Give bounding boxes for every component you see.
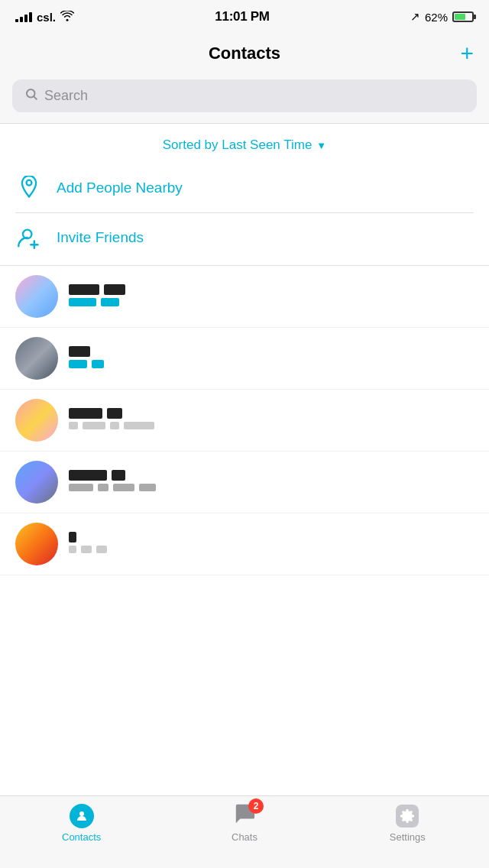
list-item[interactable] bbox=[0, 513, 489, 575]
sort-label: Sorted by Last Seen Time bbox=[163, 138, 313, 153]
tab-chats[interactable]: 2 Chats bbox=[210, 804, 279, 843]
add-people-nearby-item[interactable]: Add People Nearby bbox=[15, 164, 474, 212]
sort-header[interactable]: Sorted by Last Seen Time ▼ bbox=[0, 124, 489, 164]
contact-info bbox=[69, 532, 474, 556]
contact-person-icon bbox=[70, 804, 94, 828]
status-right: ↗ 62% bbox=[410, 10, 474, 24]
action-list: Add People Nearby Invite Friends bbox=[0, 164, 489, 262]
add-contact-button[interactable]: + bbox=[460, 42, 474, 65]
battery-percentage: 62% bbox=[425, 11, 448, 24]
chat-bubble-icon: 2 bbox=[233, 803, 256, 830]
status-time: 11:01 PM bbox=[215, 9, 269, 24]
avatar bbox=[15, 523, 58, 565]
chats-badge: 2 bbox=[248, 798, 264, 814]
settings-gear-icon bbox=[396, 805, 419, 828]
invite-friends-item[interactable]: Invite Friends bbox=[15, 212, 474, 262]
carrier-label: csl. bbox=[37, 11, 56, 24]
chats-tab-icon: 2 bbox=[232, 804, 257, 828]
page-title: Contacts bbox=[209, 44, 280, 63]
add-nearby-label: Add People Nearby bbox=[57, 180, 183, 196]
search-input[interactable]: Search bbox=[44, 88, 88, 104]
search-icon bbox=[24, 87, 38, 105]
contacts-tab-label: Contacts bbox=[62, 831, 101, 843]
svg-point-1 bbox=[27, 180, 32, 186]
contact-info bbox=[69, 470, 474, 494]
chats-tab-label: Chats bbox=[232, 831, 257, 843]
contact-info bbox=[69, 346, 474, 371]
contact-info bbox=[69, 408, 474, 432]
avatar bbox=[15, 337, 58, 380]
avatar bbox=[15, 275, 58, 318]
status-bar: csl. 11:01 PM ↗ 62% bbox=[0, 0, 489, 34]
chevron-down-icon: ▼ bbox=[316, 140, 326, 151]
search-container: Search bbox=[0, 73, 489, 123]
invite-icon bbox=[15, 224, 43, 251]
list-item[interactable] bbox=[0, 452, 489, 513]
tab-settings[interactable]: Settings bbox=[373, 804, 442, 843]
list-item[interactable] bbox=[0, 328, 489, 390]
signal-bars bbox=[15, 11, 32, 22]
contacts-tab-icon bbox=[70, 804, 94, 828]
list-item[interactable] bbox=[0, 266, 489, 328]
header: Contacts + bbox=[0, 34, 489, 73]
search-bar[interactable]: Search bbox=[12, 79, 477, 112]
battery-icon bbox=[452, 11, 474, 22]
contact-info bbox=[69, 284, 474, 309]
status-left: csl. bbox=[15, 11, 74, 24]
avatar bbox=[15, 399, 58, 442]
svg-point-3 bbox=[79, 811, 84, 816]
list-item[interactable] bbox=[0, 390, 489, 452]
location-icon: ↗ bbox=[410, 10, 420, 24]
settings-tab-label: Settings bbox=[390, 831, 426, 843]
tab-bar: Contacts 2 Chats Settings bbox=[0, 795, 489, 868]
location-pin-icon bbox=[15, 174, 43, 202]
invite-friends-label: Invite Friends bbox=[57, 229, 144, 246]
wifi-icon bbox=[60, 11, 74, 24]
tab-contacts[interactable]: Contacts bbox=[47, 804, 116, 843]
avatar bbox=[15, 461, 58, 504]
settings-tab-icon bbox=[395, 804, 419, 828]
